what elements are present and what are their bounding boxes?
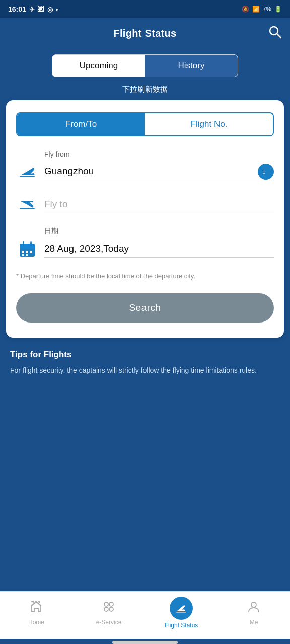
home-nav-label: Home: [28, 619, 44, 626]
svg-rect-13: [26, 254, 28, 256]
tips-content: For flight security, the captains will s…: [10, 365, 280, 376]
flightstatus-nav-label: Flight Status: [165, 622, 198, 629]
signal-icon: ✈: [29, 6, 35, 13]
fly-to-group: [16, 194, 274, 216]
header: Flight Status: [0, 18, 290, 48]
svg-rect-8: [30, 242, 32, 246]
status-time: 16:01 ✈ 🖼 ◎ •: [8, 5, 58, 13]
dot-icon: •: [56, 6, 58, 13]
svg-rect-6: [20, 244, 35, 249]
search-type-from-to[interactable]: From/To: [17, 113, 145, 135]
nav-item-eservice[interactable]: e-Service: [91, 600, 126, 626]
eservice-nav-label: e-Service: [96, 619, 122, 626]
svg-rect-4: [20, 208, 35, 209]
svg-rect-10: [26, 251, 28, 253]
flightstatus-circle: [170, 597, 193, 620]
pull-refresh-text: 下拉刷新数据: [0, 80, 290, 100]
battery-icon: 🔋: [274, 6, 282, 13]
date-row: 28 Aug, 2023,Today: [16, 238, 274, 260]
svg-rect-2: [20, 176, 35, 177]
me-nav-label: Me: [250, 619, 258, 626]
search-flights-button[interactable]: Search: [16, 293, 274, 323]
fly-from-label: Fly from: [44, 150, 274, 158]
tips-section: Tips for Flights For flight security, th…: [0, 338, 290, 388]
svg-line-1: [277, 34, 281, 38]
search-icon: [268, 25, 282, 39]
date-value[interactable]: 28 Aug, 2023,Today: [44, 241, 274, 258]
page-title: Flight Status: [113, 28, 176, 39]
main-card: From/To Flight No. Fly from ↕: [6, 100, 284, 338]
nav-item-me[interactable]: Me: [236, 600, 271, 626]
vpn-icon: ◎: [47, 6, 53, 13]
fly-from-row: ↕: [16, 160, 274, 183]
image-icon: 🖼: [38, 6, 44, 13]
wifi-icon: 📶: [252, 6, 260, 13]
landing-icon: [16, 194, 38, 216]
search-type-tabs: From/To Flight No.: [16, 112, 274, 136]
status-bar: 16:01 ✈ 🖼 ◎ • 🔕 📶 7% 🔋: [0, 0, 290, 18]
eservice-icon: [102, 600, 116, 617]
calendar-icon: [16, 238, 38, 260]
nav-item-flightstatus[interactable]: Flight Status: [164, 597, 199, 629]
nav-item-home[interactable]: Home: [19, 600, 54, 626]
fly-from-group: Fly from ↕: [16, 150, 274, 183]
tab-history[interactable]: History: [145, 55, 238, 77]
date-label: 日期: [44, 227, 274, 236]
home-icon: [29, 600, 43, 617]
departure-notice: * Departure time should be the local tim…: [16, 271, 274, 281]
home-indicator: [112, 641, 178, 644]
svg-rect-11: [30, 251, 32, 253]
svg-text:↕: ↕: [262, 168, 266, 176]
svg-rect-7: [23, 242, 24, 246]
mute-icon: 🔕: [242, 6, 249, 13]
bottom-nav: Home e-Service Flight Status: [0, 591, 290, 639]
tab-container: Upcoming History: [0, 48, 290, 80]
fly-from-input[interactable]: [44, 164, 274, 180]
me-icon: [247, 600, 261, 617]
svg-point-23: [251, 602, 256, 607]
fly-to-input[interactable]: [44, 197, 274, 213]
svg-point-14: [32, 601, 34, 603]
svg-rect-22: [176, 612, 186, 613]
swap-button[interactable]: ↕: [258, 164, 274, 180]
svg-point-16: [38, 601, 40, 603]
tab-upcoming[interactable]: Upcoming: [52, 55, 145, 77]
svg-point-19: [109, 602, 113, 606]
battery-text: 7%: [263, 6, 271, 13]
tabs: Upcoming History: [52, 54, 238, 77]
status-right: 🔕 📶 7% 🔋: [242, 6, 282, 13]
svg-rect-12: [22, 254, 24, 256]
tips-title: Tips for Flights: [10, 350, 280, 360]
svg-point-21: [109, 607, 113, 611]
search-type-flight-no[interactable]: Flight No.: [145, 113, 273, 135]
date-group: 日期 28 Aug, 2023,Today: [16, 227, 274, 260]
svg-point-17: [31, 611, 32, 612]
svg-point-18: [104, 602, 108, 606]
fly-to-row: [16, 194, 274, 216]
takeoff-icon: [16, 160, 38, 183]
search-button-header[interactable]: [268, 25, 282, 42]
svg-point-20: [104, 607, 108, 611]
svg-rect-9: [22, 251, 24, 253]
